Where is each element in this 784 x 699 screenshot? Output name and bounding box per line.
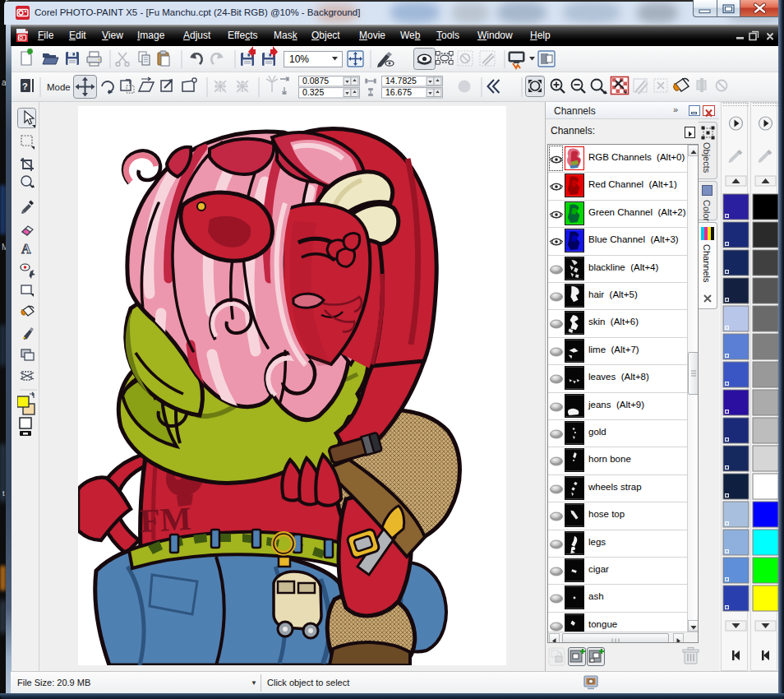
svg-text:16.675: 16.675: [385, 87, 412, 97]
svg-text:?: ?: [22, 81, 28, 91]
svg-text:14.7825: 14.7825: [385, 76, 417, 86]
svg-text:10%: 10%: [289, 53, 309, 65]
svg-text:FM: FM: [139, 500, 191, 539]
svg-text:0.0875: 0.0875: [302, 76, 329, 86]
svg-text:0.325: 0.325: [302, 87, 324, 97]
svg-text:A: A: [21, 242, 31, 256]
svg-text:Mode: Mode: [47, 82, 71, 92]
